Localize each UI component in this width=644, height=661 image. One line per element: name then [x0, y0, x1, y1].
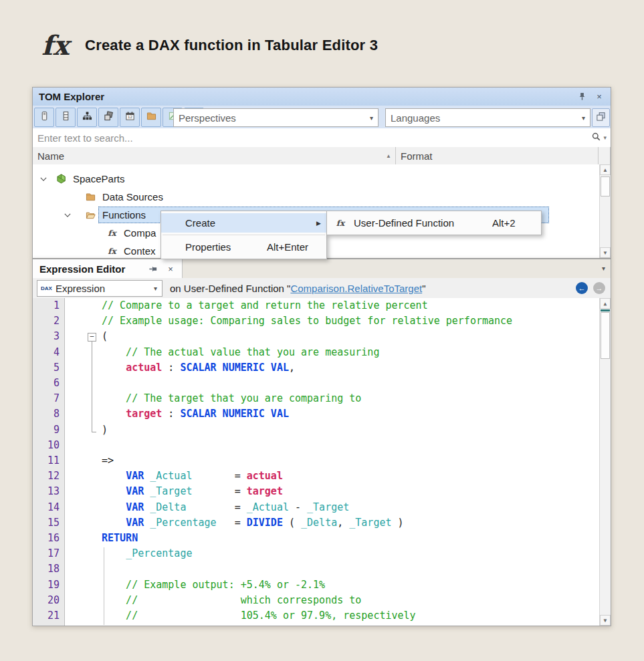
fold-end-icon [92, 432, 96, 432]
fold-collapse-icon[interactable]: − [88, 333, 96, 342]
code-line: // Example output: +5.4% or -2.1% [102, 579, 325, 591]
tree-item-label: Compa [124, 227, 156, 239]
fold-line [92, 392, 92, 408]
scroll-down-button[interactable]: ▼ [600, 247, 611, 258]
hierarchies-button[interactable] [77, 108, 97, 127]
close-icon[interactable]: × [593, 92, 605, 102]
code-line: ) [102, 424, 108, 436]
folder-button[interactable] [141, 108, 161, 127]
scroll-up-button[interactable]: ▲ [600, 164, 611, 175]
menu-item-create[interactable]: Create▶ [161, 213, 326, 233]
shapes-icon [104, 111, 114, 124]
scroll-up-button[interactable]: ▲ [600, 298, 611, 309]
line-number: 8 [53, 408, 60, 420]
tables-button[interactable] [34, 108, 54, 127]
line-number: 18 [47, 563, 60, 575]
dax-code-editor[interactable]: 123456789101112131415161718192021 − // C… [33, 298, 611, 626]
search-icon [591, 132, 601, 144]
code-line: // 105.4% or 97.9%, respectively [102, 610, 416, 622]
tab-expression-editor[interactable]: Expression Editor × [33, 259, 183, 278]
search-input[interactable] [33, 132, 591, 144]
line-number: 16 [47, 532, 60, 544]
code-line: _Percentage [102, 547, 192, 559]
navigate-back-button[interactable]: ← [576, 282, 588, 294]
fold-line [92, 408, 92, 423]
fold-line [92, 377, 92, 392]
search-options-button[interactable]: ▾ [591, 132, 611, 144]
scroll-down-button[interactable]: ▼ [600, 615, 611, 626]
line-number: 21 [47, 610, 60, 622]
tom-explorer-titlebar[interactable]: TOM Explorer × [33, 88, 611, 106]
chevron-down-icon: ▾ [603, 134, 607, 141]
expander-chevron-icon[interactable] [39, 175, 47, 183]
code-line: target : SCALAR NUMERIC VAL [102, 408, 289, 420]
tab-list-dropdown-icon[interactable]: ▾ [602, 265, 605, 272]
chevron-down-icon: ▾ [149, 285, 162, 292]
tree-item-data-sources[interactable]: Data Sources [33, 188, 599, 206]
code-text[interactable]: // Compare to a target and return the re… [102, 298, 599, 626]
close-icon[interactable]: × [165, 263, 177, 274]
scrollbar-thumb[interactable] [601, 176, 610, 196]
tree-item-label: Functions [102, 209, 146, 221]
chevron-down-icon: ▾ [577, 114, 590, 122]
line-number: 15 [47, 517, 60, 529]
column-header-format[interactable]: Format [396, 147, 599, 164]
shapes-button[interactable] [98, 108, 118, 127]
code-scrollbar[interactable]: ▲ ▼ [599, 298, 611, 626]
menu-item-shortcut: Alt+Enter [267, 241, 308, 253]
context-prefix: on User-Defined Function " [170, 283, 290, 294]
page-header: fx Create a DAX function in Tabular Edit… [41, 27, 378, 64]
column-header-name[interactable]: Name ▲ [33, 147, 396, 164]
languages-dropdown[interactable]: Languages ▾ [385, 108, 591, 127]
code-line: // The actual value that you are measuri… [102, 346, 379, 358]
line-number: 2 [53, 315, 60, 327]
fold-line [92, 362, 92, 377]
menu-item-user-defined-function[interactable]: fxUser-Defined FunctionAlt+2 [327, 213, 541, 233]
tree-scrollbar[interactable]: ▲ ▼ [599, 164, 611, 258]
scroll-position-marker [601, 309, 610, 311]
model-icon [56, 174, 67, 184]
code-line: => [102, 454, 114, 467]
menu-separator [163, 235, 325, 235]
code-line: VAR _Actual = actual [102, 470, 283, 482]
expression-type-dropdown[interactable]: DAX Expression ▾ [37, 280, 163, 297]
code-line: // Example usage: Comparing sales to bud… [102, 315, 512, 327]
expression-context-label: on User-Defined Function "Comparison.Rel… [170, 278, 426, 298]
partitions-button[interactable] [56, 108, 76, 127]
line-number: 20 [47, 594, 60, 606]
code-line: ( [102, 330, 108, 342]
line-number-gutter: 123456789101112131415161718192021 [33, 298, 65, 626]
partitions-icon [61, 111, 71, 124]
submenu-arrow-icon: ▶ [316, 220, 321, 227]
line-number: 4 [53, 346, 60, 358]
folder-icon [85, 192, 96, 203]
expander-chevron-icon[interactable] [64, 211, 72, 219]
menu-item-shortcut: Alt+2 [492, 217, 516, 229]
perspectives-placeholder: Perspectives [174, 112, 365, 124]
context-suffix: " [422, 283, 425, 294]
column-format-label: Format [401, 150, 433, 162]
chevron-down-icon: ▾ [365, 114, 378, 122]
calendar-button[interactable]: 12 [120, 108, 140, 127]
dax-badge: DAX [37, 285, 52, 291]
tom-explorer-title: TOM Explorer [33, 91, 576, 102]
code-folding-strip[interactable]: − [66, 298, 101, 626]
perspectives-dropdown[interactable]: Perspectives ▾ [173, 108, 379, 127]
translations-button[interactable] [592, 108, 610, 127]
menu-item-properties[interactable]: PropertiesAlt+Enter [161, 237, 326, 257]
pin-icon[interactable] [576, 92, 588, 102]
tree-item-label: Data Sources [102, 191, 163, 203]
folder-open-icon [85, 210, 96, 221]
hierarchies-icon [82, 111, 92, 124]
scrollbar-thumb[interactable] [601, 312, 610, 359]
line-number: 3 [53, 330, 60, 342]
tree-item-spaceparts[interactable]: SpaceParts [33, 170, 599, 188]
screenshot-stage: fx Create a DAX function in Tabular Edit… [0, 0, 644, 661]
code-line: VAR _Percentage = DIVIDE ( _Delta, _Targ… [102, 517, 404, 529]
sort-ascending-icon: ▲ [386, 153, 395, 159]
object-link[interactable]: Comparison.RelativeToTarget [290, 283, 422, 294]
pin-icon[interactable] [148, 263, 158, 275]
languages-placeholder: Languages [386, 112, 577, 124]
expression-editor-panel: Expression Editor × ▾ DAX Expression ▾ o… [32, 259, 611, 626]
context-menu: Create▶PropertiesAlt+Enter [160, 211, 327, 259]
